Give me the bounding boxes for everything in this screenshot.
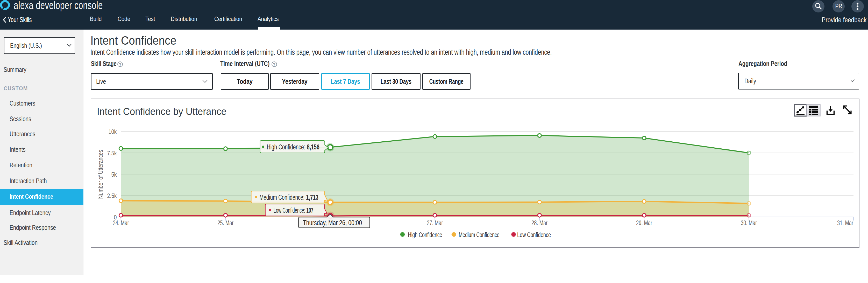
svg-text:30. Mar: 30. Mar <box>741 219 757 226</box>
svg-text:8,156: 8,156 <box>307 143 319 151</box>
svg-text:28. Mar: 28. Mar <box>531 219 548 226</box>
svg-text:107: 107 <box>306 206 313 214</box>
svg-text:5k: 5k <box>112 171 117 178</box>
svg-text:Thursday, Mar 26, 00:00: Thursday, Mar 26, 00:00 <box>303 219 362 227</box>
svg-text:10k: 10k <box>108 128 117 135</box>
svg-text:Low Confidence: Low Confidence <box>517 231 551 238</box>
svg-text:7.5k: 7.5k <box>107 149 117 157</box>
svg-text:25. Mar: 25. Mar <box>217 219 234 226</box>
svg-text:Low Confidence:: Low Confidence: <box>274 206 307 214</box>
svg-text:27. Mar: 27. Mar <box>427 219 443 226</box>
svg-text:Medium Confidence: Medium Confidence <box>459 231 500 238</box>
svg-text:Number of Utterances: Number of Utterances <box>97 150 104 199</box>
svg-text:1,713: 1,713 <box>306 193 318 201</box>
svg-text:High Confidence: High Confidence <box>408 231 442 238</box>
svg-text:29. Mar: 29. Mar <box>636 219 652 226</box>
svg-text:24. Mar: 24. Mar <box>113 219 129 226</box>
svg-text:Medium Confidence:: Medium Confidence: <box>259 193 306 201</box>
svg-text:31. Mar: 31. Mar <box>837 219 853 226</box>
svg-text:2.5k: 2.5k <box>107 192 117 199</box>
svg-text:High Confidence:: High Confidence: <box>267 143 307 151</box>
